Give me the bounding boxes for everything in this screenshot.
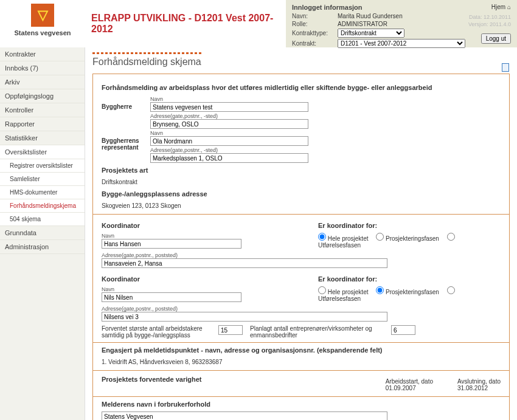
koord2-label: Koordinator <box>102 275 306 283</box>
contract-type-select[interactable]: Driftskontrakt <box>338 29 404 38</box>
prosj-art-label: Prosjektets art <box>102 167 501 174</box>
melder-navn-input[interactable] <box>102 411 387 420</box>
logo-icon: ▽ <box>31 4 54 27</box>
nav-kontroller[interactable]: Kontroller <box>0 103 85 117</box>
logo-area: ▽ Statens vegvesen <box>0 0 85 47</box>
session-panel: Hjem ⌂ Data: 12.10.2011 Versjon: 2011.4.… <box>286 0 517 47</box>
meta-faded: Data: 12.10.2011 Versjon: 2011.4.0 <box>468 13 511 28</box>
document-icon[interactable] <box>502 63 509 72</box>
bygge-adr-label: Bygge-/anleggsplassens adresse <box>102 190 501 198</box>
prosj-art-value: Driftskontrakt <box>102 177 501 187</box>
stripe-decor <box>92 52 202 54</box>
intro-text: Forhåndsmelding av arbeidsplass hvor det… <box>102 84 501 91</box>
title-area: ELRAPP UTVIKLING - D1201 Vest 2007-2012 <box>85 0 286 47</box>
koord1-for-label: Er koordinator for: <box>318 222 501 229</box>
rep-navn-input[interactable] <box>150 136 308 146</box>
subnav-registrer[interactable]: Registrer oversiktslister <box>0 159 85 173</box>
koord1-navn-input[interactable] <box>102 239 241 249</box>
koord2-adresse-input[interactable] <box>102 312 387 322</box>
form-box: Forhåndsmelding av arbeidsplass hvor det… <box>92 74 510 420</box>
nav-statistikker[interactable]: Statistikker <box>0 131 85 145</box>
subnav-hms[interactable]: HMS-dokumenter <box>0 186 85 199</box>
byggherre-adresse-input[interactable] <box>150 119 308 129</box>
rep-adresse-input[interactable] <box>150 153 308 163</box>
koord1-label: Koordinator <box>102 222 306 229</box>
nav-innboks[interactable]: Innboks (7) <box>0 61 85 75</box>
contract-select[interactable]: D1201 - Vest 2007-2012 <box>338 39 465 48</box>
logout-button[interactable]: Logg ut <box>481 33 511 44</box>
start-label: Arbeidsstart, dato <box>386 378 433 385</box>
subnav-samlelister[interactable]: Samlelister <box>0 173 85 186</box>
user-role: ADMINISTRATOR <box>338 21 387 27</box>
k2-hele-radio[interactable] <box>318 286 326 294</box>
planlagt-label: Planlagt antall entreprenører/virksomhet… <box>250 325 384 339</box>
k1-utf-radio[interactable] <box>447 233 455 241</box>
nav-rapporter[interactable]: Rapporter <box>0 117 85 131</box>
slutt-label: Avslutning, dato <box>457 378 501 385</box>
bygge-adr-value: Skogveien 123, 0123 Skogen <box>102 201 501 210</box>
byggherre-navn-input[interactable] <box>150 102 308 112</box>
slutt-date: 31.08.2012 <box>457 385 501 391</box>
nav-administrasjon[interactable]: Administrasjon <box>0 240 85 254</box>
k1-hele-radio[interactable] <box>318 233 326 241</box>
home-icon: ⌂ <box>507 4 511 10</box>
user-name: Marita Ruud Gundersen <box>338 13 403 19</box>
rep-label: Byggherrens representant <box>102 129 150 163</box>
nav-kontrakter[interactable]: Kontrakter <box>0 47 85 61</box>
nav-grunndata[interactable]: Grunndata <box>0 226 85 240</box>
start-date: 01.09.2007 <box>386 385 433 391</box>
k2-utf-radio[interactable] <box>447 286 455 294</box>
forventet-label: Forventet største antall arbeidstakere s… <box>102 325 211 339</box>
app-title: ELRAPP UTVIKLING - D1201 Vest 2007-2012 <box>91 13 286 35</box>
byggherre-label: Byggherre <box>102 95 150 129</box>
sidebar: Kontrakter Innboks (7) Arkiv Oppfølgings… <box>0 47 85 420</box>
home-link[interactable]: Hjem <box>491 4 505 10</box>
page-title: Forhåndsmelding skjema <box>92 57 510 67</box>
melder-navn-label: Melderens navn i forbrukerforhold <box>102 401 501 408</box>
planlagt-input[interactable] <box>391 325 415 335</box>
varighet-label: Prosjektets forventede varighet <box>102 376 386 391</box>
nav-oppfolgingslogg[interactable]: Oppfølgingslogg <box>0 89 85 103</box>
k2-prosj-radio[interactable] <box>376 286 384 294</box>
session-title: Innlogget informasjon <box>292 4 511 11</box>
koord2-for-label: Er koordinator for: <box>318 275 501 283</box>
org-name: Statens vegvesen <box>15 29 71 36</box>
k1-prosj-radio[interactable] <box>376 233 384 241</box>
nav-arkiv[interactable]: Arkiv <box>0 75 85 89</box>
forventet-input[interactable] <box>218 325 243 335</box>
subnav-504[interactable]: 504 skjema <box>0 213 85 226</box>
engasjert-1: 1. Veidrift AS, Håndverksveien 8, 963283… <box>102 357 501 367</box>
engasjert-label: Engasjert på meldetidspunktet - navn, ad… <box>102 346 501 354</box>
nav-oversiktslister[interactable]: Oversiktslister <box>0 145 85 159</box>
koord2-navn-input[interactable] <box>102 292 241 302</box>
subnav-forhandsmelding[interactable]: Forhåndsmeldingskjema <box>0 199 85 213</box>
koord1-adresse-input[interactable] <box>102 258 387 268</box>
